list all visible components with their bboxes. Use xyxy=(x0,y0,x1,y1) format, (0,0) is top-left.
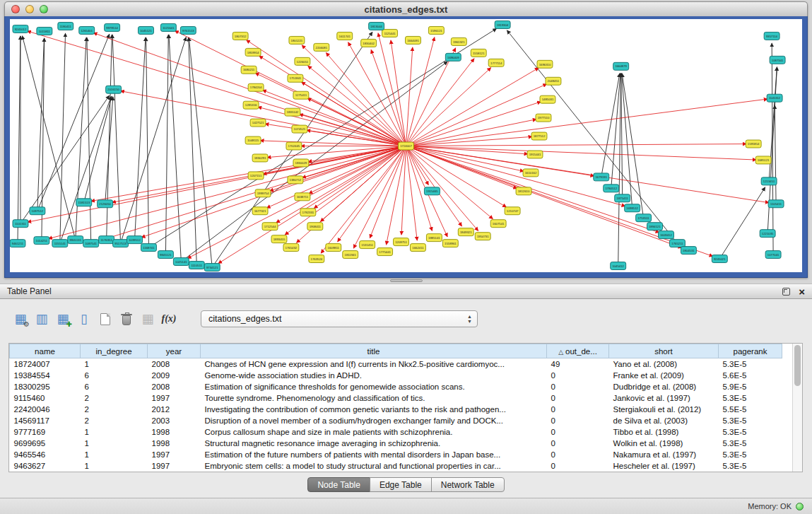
graph-edge[interactable] xyxy=(37,34,110,211)
graph-edge[interactable] xyxy=(406,119,537,146)
graph-edge[interactable] xyxy=(321,146,406,253)
graph-edge[interactable] xyxy=(309,146,406,193)
graph-edge[interactable] xyxy=(165,35,168,255)
graph-node[interactable]: 1097512 xyxy=(30,207,45,215)
graph-edge[interactable] xyxy=(406,102,541,146)
graph-node[interactable]: 1596121 xyxy=(428,26,444,34)
graph-node[interactable]: 1074521 xyxy=(292,125,307,133)
graph-edge[interactable] xyxy=(175,30,406,146)
graph-node[interactable]: 9761513 xyxy=(180,26,196,34)
graph-node[interactable]: 1915465 xyxy=(424,187,440,195)
graph-node[interactable]: 2016150 xyxy=(106,86,122,93)
graph-node[interactable]: 1485031 xyxy=(540,95,555,103)
graph-edge[interactable] xyxy=(775,105,776,204)
graph-node[interactable]: 1835142 xyxy=(285,108,300,116)
graph-node[interactable]: 1680211 xyxy=(241,66,257,74)
graph-edge[interactable] xyxy=(98,146,406,241)
graph-node[interactable]: 1611741 xyxy=(337,32,353,40)
graph-edge[interactable] xyxy=(601,74,620,177)
graph-node[interactable]: 1638711 xyxy=(295,193,310,201)
graph-node[interactable]: 1893455 xyxy=(271,235,287,243)
graph-node[interactable]: 1558121 xyxy=(471,49,486,57)
close-panel-icon[interactable]: × xyxy=(799,288,805,296)
graph-edge[interactable] xyxy=(611,74,620,189)
graph-edge[interactable] xyxy=(260,141,406,146)
graph-edge[interactable] xyxy=(406,68,491,146)
graph-node[interactable]: 2126050 xyxy=(98,200,113,208)
graph-edge[interactable] xyxy=(112,35,121,243)
graph-node[interactable]: 1077041 xyxy=(765,251,781,259)
graph-edge[interactable] xyxy=(307,130,406,146)
graph-edge[interactable] xyxy=(406,47,413,146)
graph-node[interactable]: 1784512 xyxy=(604,185,619,192)
graph-node[interactable]: 1015811 xyxy=(37,27,52,35)
column-header-name[interactable]: name xyxy=(10,344,81,358)
graph-node[interactable]: 1087341 xyxy=(770,56,785,64)
column-header-year[interactable]: year xyxy=(148,344,201,358)
table-row[interactable]: 946362711997Embryonic stem cells: a mode… xyxy=(10,460,782,472)
graph-edge[interactable] xyxy=(60,33,66,243)
graph-node[interactable]: 1105411 xyxy=(768,200,784,208)
graph-node[interactable]: 1763524 xyxy=(309,255,324,263)
create-column-icon[interactable] xyxy=(96,310,114,328)
graph-node[interactable]: 1801221 xyxy=(289,36,305,44)
graph-edge[interactable] xyxy=(121,37,187,243)
graph-edge[interactable] xyxy=(406,59,475,146)
graph-node[interactable]: 1977510 xyxy=(536,114,551,122)
graph-node[interactable]: 9845121 xyxy=(158,251,173,259)
graph-edge[interactable] xyxy=(105,97,113,204)
graph-node[interactable]: 1275411 xyxy=(293,91,309,99)
graph-edge[interactable] xyxy=(120,91,406,146)
column-header-title[interactable]: title xyxy=(201,344,547,358)
graph-node[interactable]: 1812610 xyxy=(516,187,531,195)
graph-node[interactable]: 1696409 xyxy=(445,53,461,61)
graph-node[interactable]: 1751841 xyxy=(288,74,303,82)
tab-node-table[interactable]: Node Table xyxy=(307,477,370,492)
graph-node[interactable]: 1664879 xyxy=(613,62,629,70)
graph-node[interactable]: 1679191 xyxy=(594,173,609,181)
table-row[interactable]: 977716911998Corpus callosum shape and si… xyxy=(10,426,782,438)
table-row[interactable]: 2242004622012Investigating the contribut… xyxy=(10,404,782,415)
hub-node[interactable]: 1724007 xyxy=(399,142,414,150)
graph-edge[interactable] xyxy=(60,96,112,243)
graph-node[interactable]: 1210747 xyxy=(505,207,520,215)
graph-node[interactable]: 1961321 xyxy=(451,37,466,45)
graph-edge[interactable] xyxy=(406,146,429,185)
graph-node[interactable]: 1125441 xyxy=(382,29,398,37)
graph-node[interactable]: 1894121 xyxy=(647,223,663,230)
graph-node[interactable]: 1048115 xyxy=(245,136,261,144)
graph-node[interactable]: 1885141 xyxy=(426,234,442,242)
graph-edge[interactable] xyxy=(326,52,406,146)
graph-edge[interactable] xyxy=(348,42,406,146)
graph-node[interactable]: 1877512 xyxy=(531,132,547,140)
graph-node[interactable]: 1155141 xyxy=(52,240,68,247)
graph-node[interactable]: 1609811 xyxy=(326,244,341,252)
network-graph[interactable]: 1724007180731218599141680211178420412853… xyxy=(10,19,802,272)
graph-edge[interactable] xyxy=(406,99,768,146)
table-row[interactable]: 1938455462009Genome-wide association stu… xyxy=(10,370,782,381)
graph-node[interactable]: 1176351 xyxy=(99,236,114,244)
graph-node[interactable]: 1954731 xyxy=(475,233,490,240)
graph-node[interactable]: 9978514 xyxy=(105,23,120,31)
show-columns-icon[interactable]: ▥ xyxy=(33,310,51,328)
graph-node[interactable]: 9905131 xyxy=(68,236,83,244)
graph-node[interactable]: 1677321 xyxy=(252,207,268,215)
graph-edge[interactable] xyxy=(401,146,406,235)
graph-node[interactable]: 9734121 xyxy=(204,264,220,271)
graph-node[interactable]: 1702445 xyxy=(286,142,302,150)
graph-node[interactable]: 1804531 xyxy=(681,247,696,255)
graph-node[interactable]: 1380712 xyxy=(288,176,303,184)
graph-node[interactable]: 1595814 xyxy=(746,140,761,148)
graph-edge[interactable] xyxy=(406,37,435,146)
graph-node[interactable]: 1221035 xyxy=(760,230,775,238)
graph-node[interactable]: 9461211 xyxy=(10,240,25,247)
float-panel-icon[interactable] xyxy=(782,288,790,296)
graph-edge[interactable] xyxy=(76,37,86,240)
graph-node[interactable]: 1087541 xyxy=(83,240,99,247)
graph-node[interactable]: 9245012 xyxy=(13,25,28,33)
delete-column-icon[interactable] xyxy=(117,310,136,328)
tab-network-table[interactable]: Network Table xyxy=(431,477,505,492)
graph-node[interactable]: 1025141 xyxy=(173,258,189,266)
graph-node[interactable]: 1581513 xyxy=(76,199,92,206)
graph-node[interactable]: 2048451 xyxy=(546,77,561,85)
